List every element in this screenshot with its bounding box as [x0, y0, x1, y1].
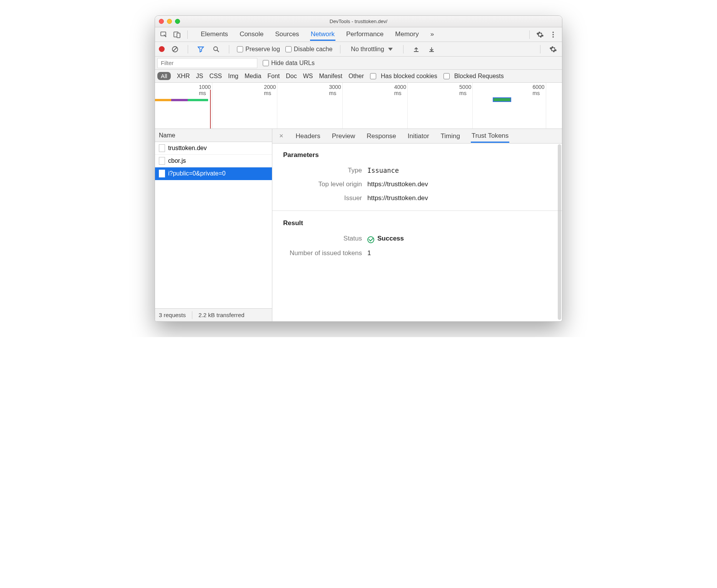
- network-toolbar: Preserve log Disable cache No throttling: [155, 42, 562, 57]
- tab-overflow[interactable]: »: [430, 28, 435, 41]
- type-filter-xhr[interactable]: XHR: [177, 73, 190, 80]
- type-filter-doc[interactable]: Doc: [286, 73, 297, 80]
- svg-line-7: [173, 47, 177, 51]
- type-filter-manifest[interactable]: Manifest: [319, 73, 342, 80]
- request-name: trusttoken.dev: [168, 145, 207, 152]
- preserve-log-checkbox[interactable]: Preserve log: [237, 46, 280, 53]
- timeline-cursor: [210, 90, 211, 129]
- param-value: https://trusttoken.dev: [367, 180, 428, 188]
- detail-tab-preview[interactable]: Preview: [331, 130, 356, 142]
- requests-list: trusttoken.dev cbor.js i?public=0&privat…: [155, 142, 272, 308]
- param-key: Issuer: [283, 194, 362, 202]
- divider: [272, 210, 562, 211]
- result-tokens-label: Number of issued tokens: [283, 249, 362, 257]
- requests-header: Name: [155, 129, 272, 142]
- detail-tab-timing[interactable]: Timing: [440, 130, 461, 142]
- inspect-icon[interactable]: [159, 30, 169, 40]
- blocked-requests-checkbox[interactable]: Blocked Requests: [444, 73, 504, 80]
- svg-point-8: [214, 47, 218, 50]
- requests-status: 3 requests 2.2 kB transferred: [155, 308, 272, 321]
- minimize-window-button[interactable]: [167, 19, 172, 24]
- detail-tab-headers[interactable]: Headers: [295, 130, 321, 142]
- svg-line-9: [217, 50, 219, 52]
- timeline-overview[interactable]: 1000 ms 2000 ms 3000 ms 4000 ms 5000 ms …: [155, 83, 562, 129]
- divider: [229, 45, 229, 53]
- device-toolbar-icon[interactable]: [172, 30, 182, 40]
- search-icon[interactable]: [211, 44, 221, 54]
- request-row[interactable]: i?public=0&private=0: [155, 167, 272, 180]
- timeline-tick: 5000 ms: [459, 84, 473, 96]
- tab-elements[interactable]: Elements: [200, 28, 229, 41]
- detail-pane: × Headers Preview Response Initiator Tim…: [272, 129, 562, 321]
- result-heading: Result: [283, 219, 551, 227]
- param-row: Type Issuance: [283, 167, 551, 174]
- timeline-tick: 6000 ms: [533, 84, 546, 96]
- tab-sources[interactable]: Sources: [274, 28, 300, 41]
- type-filter-all[interactable]: All: [157, 72, 171, 80]
- detail-tab-initiator[interactable]: Initiator: [407, 130, 430, 142]
- divider: [403, 45, 404, 53]
- transferred-size: 2.2 kB transferred: [198, 312, 244, 318]
- type-filter-js[interactable]: JS: [196, 73, 203, 80]
- tab-console[interactable]: Console: [239, 28, 264, 41]
- success-icon: [367, 236, 374, 243]
- timeline-bar: [155, 99, 171, 101]
- request-count: 3 requests: [159, 312, 186, 318]
- type-filter-font[interactable]: Font: [267, 73, 280, 80]
- type-filter-ws[interactable]: WS: [303, 73, 313, 80]
- filter-icon[interactable]: [196, 44, 206, 54]
- timeline-tick: 2000 ms: [264, 84, 277, 96]
- type-filter-css[interactable]: CSS: [209, 73, 222, 80]
- timeline-bar: [171, 99, 187, 101]
- disable-cache-checkbox[interactable]: Disable cache: [285, 46, 333, 53]
- filter-input[interactable]: [157, 58, 257, 68]
- main-tabs: Elements Console Sources Network Perform…: [200, 28, 435, 41]
- scrollbar[interactable]: [558, 144, 561, 320]
- detail-body: Parameters Type Issuance Top level origi…: [272, 144, 562, 321]
- divider: [529, 30, 530, 39]
- param-key: Top level origin: [283, 180, 362, 188]
- timeline-bar: [188, 99, 208, 101]
- detail-tab-trust-tokens[interactable]: Trust Tokens: [471, 130, 509, 143]
- svg-rect-0: [161, 32, 166, 36]
- request-row[interactable]: trusttoken.dev: [155, 142, 272, 155]
- request-name: cbor.js: [168, 157, 186, 164]
- record-button[interactable]: [159, 46, 165, 52]
- param-value: Issuance: [367, 167, 399, 174]
- blocked-cookies-checkbox[interactable]: Has blocked cookies: [370, 73, 437, 80]
- param-row: Issuer https://trusttoken.dev: [283, 194, 551, 202]
- settings-icon[interactable]: [535, 30, 545, 40]
- clear-icon[interactable]: [170, 44, 180, 54]
- divider: [187, 30, 188, 39]
- kebab-menu-icon[interactable]: [548, 30, 558, 40]
- type-filter-media[interactable]: Media: [245, 73, 262, 80]
- preserve-log-label: Preserve log: [245, 46, 280, 52]
- request-name: i?public=0&private=0: [168, 170, 225, 177]
- detail-tab-response[interactable]: Response: [366, 130, 397, 142]
- param-value: https://trusttoken.dev: [367, 194, 428, 202]
- type-filter-other[interactable]: Other: [348, 73, 364, 80]
- timeline-tick: 3000 ms: [329, 84, 343, 96]
- result-row: Status Success: [283, 235, 551, 243]
- tab-network[interactable]: Network: [310, 28, 335, 41]
- param-key: Type: [283, 167, 362, 174]
- result-row: Number of issued tokens 1: [283, 249, 551, 257]
- upload-har-icon[interactable]: [411, 44, 421, 54]
- disable-cache-label: Disable cache: [294, 46, 333, 52]
- window-controls: [159, 19, 180, 24]
- tab-performance[interactable]: Performance: [345, 28, 384, 41]
- close-detail-icon[interactable]: ×: [278, 132, 285, 140]
- result-tokens-value: 1: [367, 249, 371, 257]
- type-filter-img[interactable]: Img: [228, 73, 238, 80]
- download-har-icon[interactable]: [427, 44, 437, 54]
- document-icon: [159, 170, 165, 177]
- maximize-window-button[interactable]: [175, 19, 180, 24]
- close-window-button[interactable]: [159, 19, 164, 24]
- panel-settings-icon[interactable]: [548, 44, 558, 54]
- throttling-select[interactable]: No throttling: [348, 45, 395, 54]
- hide-data-urls-checkbox[interactable]: Hide data URLs: [263, 60, 315, 67]
- tab-memory[interactable]: Memory: [394, 28, 419, 41]
- request-row[interactable]: cbor.js: [155, 155, 272, 167]
- requests-pane: Name trusttoken.dev cbor.js i?public=0&p…: [155, 129, 272, 321]
- svg-point-4: [552, 34, 554, 35]
